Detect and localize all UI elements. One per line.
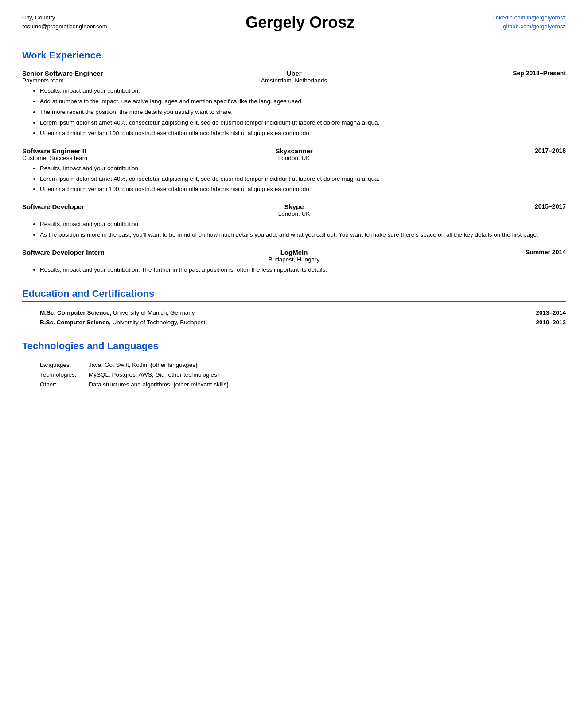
tech-label-1: Technologies: [40,370,89,380]
education-divider [22,301,566,302]
job-right-skyscanner: 2017–2018 [385,147,566,154]
education-section: Education and Certifications M.Sc. Compu… [22,288,566,327]
job-header-logmein: Software Developer Intern LogMeIn Budape… [22,249,566,263]
linkedin-link[interactable]: linkedin.com/in/gergelyorosz [493,14,566,21]
job-team-skyscanner: Customer Success team [22,155,203,161]
job-right-skype: 2015–2017 [385,203,566,210]
job-dates-uber: Sep 2018–Present [385,70,566,77]
list-item: B.Sc. Computer Science, University of Te… [40,318,566,327]
education-title: Education and Certifications [22,288,566,300]
header-contact-right: linkedin.com/in/gergelyorosz github.com/… [493,13,566,31]
job-header-skype: Software Developer Skype London, UK 2015… [22,203,566,217]
edu-degree-bold-1: B.Sc. Computer Science, [40,319,111,326]
job-title-logmein: Software Developer Intern [22,249,203,256]
header-location: City, Country [22,13,107,22]
work-experience-divider [22,63,566,63]
job-center-skyscanner: Skyscanner London, UK [203,147,385,161]
job-entry-uber: Senior Software Engineer Payments team U… [22,70,566,138]
job-entry-skyscanner: Software Engineer II Customer Success te… [22,147,566,195]
job-right-logmein: Summer 2014 [385,249,566,256]
job-bullets-logmein: Results, impact and your contribution. T… [22,265,566,275]
list-item: Ut enim ad minim veniam 100, quis nostru… [40,185,566,194]
edu-degree-rest-1: University of Technology, Budapest. [111,319,207,326]
list-item: Languages: Java, Go, Swift, Kotlin, {oth… [40,360,566,370]
job-dates-skype: 2015–2017 [385,203,566,210]
job-center-skype: Skype London, UK [203,203,385,217]
job-company-skyscanner: Skyscanner [203,147,385,155]
tech-value-2: Data structures and algorithms, {other r… [89,380,566,390]
edu-degree-0: M.Sc. Computer Science, University of Mu… [40,308,513,318]
job-location-uber: Amsterdam, Netherlands [203,77,385,84]
job-dates-skyscanner: 2017–2018 [385,147,566,154]
technologies-list: Languages: Java, Go, Swift, Kotlin, {oth… [22,360,566,389]
candidate-name: Gergely Orosz [107,13,493,32]
list-item: Results, impact and your contribution [40,164,566,173]
job-company-uber: Uber [203,70,385,77]
job-entry-logmein: Software Developer Intern LogMeIn Budape… [22,249,566,275]
list-item: Results, impact and your contribution [40,220,566,229]
job-left-skype: Software Developer [22,203,203,210]
github-link[interactable]: github.com/gergelyorosz [503,23,566,30]
technologies-section: Technologies and Languages Languages: Ja… [22,340,566,389]
job-bullets-skyscanner: Results, impact and your contribution Lo… [22,164,566,195]
job-location-skyscanner: London, UK [203,155,385,161]
tech-label-0: Languages: [40,360,89,370]
work-experience-section: Work Experience Senior Software Engineer… [22,50,566,275]
job-bullets-uber: Results, impact and your contribution. A… [22,86,566,138]
job-location-logmein: Budapest, Hungary [203,256,385,263]
job-header-uber: Senior Software Engineer Payments team U… [22,70,566,84]
job-location-skype: London, UK [203,210,385,217]
job-entry-skype: Software Developer Skype London, UK 2015… [22,203,566,240]
job-header-skyscanner: Software Engineer II Customer Success te… [22,147,566,161]
list-item: Results, impact and your contribution. [40,86,566,96]
tech-value-0: Java, Go, Swift, Kotlin, {other language… [89,360,566,370]
resume-header: City, Country resume@pragmaticengineer.c… [22,13,566,32]
list-item: Lorem ipsum dolor sit amet 40%, consecte… [40,175,566,184]
list-item: As the position is more in the past, you… [40,230,566,240]
job-left-uber: Senior Software Engineer Payments team [22,70,203,84]
list-item: Ut enim ad minim veniam 100, quis nostru… [40,129,566,138]
job-title-skype: Software Developer [22,203,203,210]
list-item: Technologies: MySQL, Postgres, AWS, Git,… [40,370,566,380]
tech-value-1: MySQL, Postgres, AWS, Git, {other techno… [89,370,566,380]
job-dates-logmein: Summer 2014 [385,249,566,256]
header-name-block: Gergely Orosz [107,13,493,32]
edu-degree-bold-0: M.Sc. Computer Science, [40,309,111,316]
edu-degree-rest-0: University of Munich, Germany. [111,309,196,316]
work-experience-title: Work Experience [22,50,566,61]
job-team-uber: Payments team [22,77,203,84]
job-company-skype: Skype [203,203,385,210]
education-list: M.Sc. Computer Science, University of Mu… [22,308,566,327]
edu-year-1: 2010–2013 [513,318,566,327]
list-item: M.Sc. Computer Science, University of Mu… [40,308,566,318]
job-center-uber: Uber Amsterdam, Netherlands [203,70,385,84]
header-contact-left: City, Country resume@pragmaticengineer.c… [22,13,107,31]
technologies-divider [22,354,566,354]
list-item: Other: Data structures and algorithms, {… [40,380,566,390]
list-item: Add at numbers to the impact, use active… [40,97,566,106]
technologies-title: Technologies and Languages [22,340,566,352]
job-right-uber: Sep 2018–Present [385,70,566,77]
edu-year-0: 2013–2014 [513,308,566,318]
job-left-logmein: Software Developer Intern [22,249,203,256]
tech-label-2: Other: [40,380,89,390]
job-company-logmein: LogMeIn [203,249,385,256]
header-email: resume@pragmaticengineer.com [22,22,107,31]
job-left-skyscanner: Software Engineer II Customer Success te… [22,147,203,161]
edu-degree-1: B.Sc. Computer Science, University of Te… [40,318,513,327]
job-center-logmein: LogMeIn Budapest, Hungary [203,249,385,263]
job-bullets-skype: Results, impact and your contribution As… [22,220,566,240]
list-item: Lorem ipsum dolor sit amet 40%, consecte… [40,118,566,128]
job-title-uber: Senior Software Engineer [22,70,203,77]
job-title-skyscanner: Software Engineer II [22,147,203,155]
list-item: Results, impact and your contribution. T… [40,265,566,275]
list-item: The more recent the position, the more d… [40,108,566,117]
